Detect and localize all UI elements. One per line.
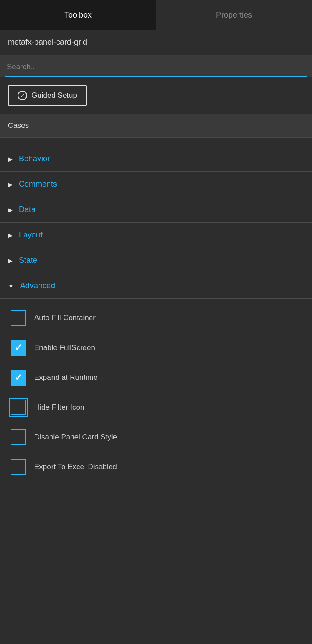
checkbox-item-enable-fullscreen[interactable]: ✓ Enable FullScreen (0, 333, 312, 363)
checkbox-label-auto-fill-container: Auto Fill Container (34, 314, 96, 322)
search-container (0, 55, 312, 77)
section-label-advanced: Advanced (20, 281, 55, 290)
tab-toolbox[interactable]: Toolbox (0, 0, 156, 30)
checkbox-item-auto-fill-container[interactable]: Auto Fill Container (0, 303, 312, 333)
cases-section: Cases (0, 114, 312, 138)
checkbox-disable-panel-card-style[interactable] (11, 429, 26, 445)
section-label-behavior: Behavior (19, 154, 50, 163)
advanced-section: ▼ Advanced Auto Fill Container ✓ Enable … (0, 273, 312, 486)
chevron-right-icon-comments: ▶ (8, 181, 13, 188)
checkbox-export-to-excel-disabled[interactable] (11, 459, 26, 475)
checkbox-item-expand-at-runtime[interactable]: ✓ Expand at Runtime (0, 363, 312, 393)
checkbox-label-enable-fullscreen: Enable FullScreen (34, 343, 95, 352)
accordion-header-layout[interactable]: ▶ Layout (0, 223, 312, 248)
checkbox-label-disable-panel-card-style: Disable Panel Card Style (34, 433, 117, 442)
check-circle-icon: ✓ (18, 91, 27, 100)
checkbox-item-export-to-excel-disabled[interactable]: Export To Excel Disabled (0, 452, 312, 482)
accordion-header-state[interactable]: ▶ State (0, 248, 312, 273)
checkmark-icon: ✓ (14, 373, 22, 382)
accordion-item-comments: ▶ Comments (0, 172, 312, 197)
chevron-right-icon-state: ▶ (8, 257, 13, 264)
checkbox-enable-fullscreen[interactable]: ✓ (11, 340, 26, 356)
advanced-header[interactable]: ▼ Advanced (0, 273, 312, 299)
search-input[interactable] (5, 58, 307, 77)
chevron-down-icon-advanced: ▼ (8, 283, 14, 290)
checkmark-icon: ✓ (14, 343, 22, 353)
checkbox-auto-fill-container[interactable] (11, 310, 26, 326)
checkbox-item-hide-filter-icon[interactable]: Hide Filter Icon (0, 393, 312, 422)
component-name: metafx-panel-card-grid (0, 30, 312, 55)
section-label-comments: Comments (19, 180, 57, 189)
spacer-1 (0, 138, 312, 146)
chevron-right-icon-layout: ▶ (8, 232, 13, 239)
accordion-item-data: ▶ Data (0, 197, 312, 223)
checkbox-label-export-to-excel-disabled: Export To Excel Disabled (34, 463, 117, 471)
checkbox-expand-at-runtime[interactable]: ✓ (11, 370, 26, 386)
accordion-item-behavior: ▶ Behavior (0, 146, 312, 172)
guided-setup-button[interactable]: ✓ Guided Setup (8, 85, 87, 106)
checkbox-hide-filter-icon[interactable] (11, 400, 26, 415)
chevron-right-icon-data: ▶ (8, 206, 13, 213)
advanced-checkbox-list: Auto Fill Container ✓ Enable FullScreen … (0, 299, 312, 486)
accordion-header-data[interactable]: ▶ Data (0, 197, 312, 222)
checkbox-label-expand-at-runtime: Expand at Runtime (34, 373, 98, 382)
accordion-item-layout: ▶ Layout (0, 223, 312, 248)
accordion-item-state: ▶ State (0, 248, 312, 273)
tab-properties[interactable]: Properties (156, 0, 312, 30)
section-label-state: State (19, 256, 37, 265)
accordion-header-comments[interactable]: ▶ Comments (0, 172, 312, 197)
guided-setup-container: ✓ Guided Setup (0, 77, 312, 114)
checkbox-label-hide-filter-icon: Hide Filter Icon (34, 403, 84, 412)
section-label-data: Data (19, 205, 35, 214)
checkbox-item-disable-panel-card-style[interactable]: Disable Panel Card Style (0, 422, 312, 452)
section-label-layout: Layout (19, 230, 43, 240)
header-tabs: Toolbox Properties (0, 0, 312, 30)
chevron-right-icon-behavior: ▶ (8, 156, 13, 163)
accordion-header-behavior[interactable]: ▶ Behavior (0, 146, 312, 171)
